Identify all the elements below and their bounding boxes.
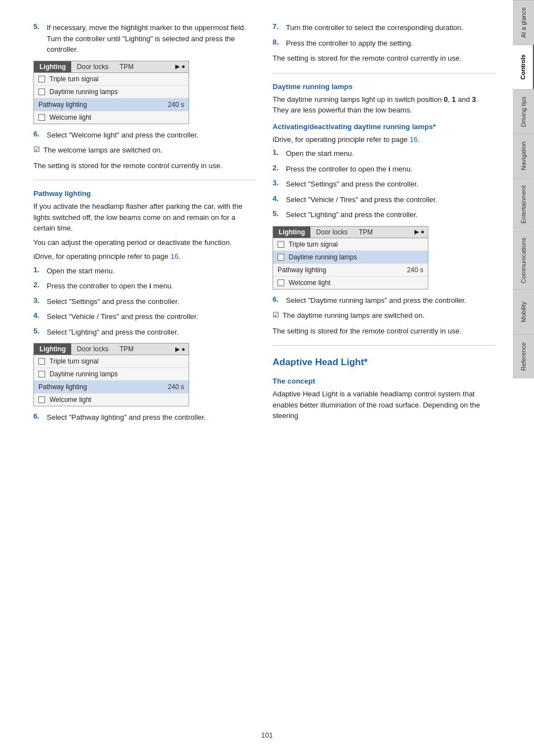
right-column: 7. Turn the controller to select the cor… xyxy=(273,22,495,734)
step-6c-text: Select "Daytime running lamps" and press… xyxy=(286,295,466,306)
step-5-text: If necessary, move the highlight marker … xyxy=(47,22,256,55)
activating-idrive-link[interactable]: 16 xyxy=(409,135,417,144)
ui-tab-lighting-2: Lighting xyxy=(34,343,71,355)
pathway-step-4-num: 4. xyxy=(33,311,42,322)
ui-label-daytime-2: Daytime running lamps xyxy=(50,370,184,378)
ui-row-pathway-2: Pathway lighting 240 s xyxy=(34,381,189,394)
note-3: The setting is stored for the remote con… xyxy=(273,326,495,337)
pathway-step-5: 5. Select "Lighting" and press the contr… xyxy=(33,327,256,338)
step-7: 7. Turn the controller to select the cor… xyxy=(273,22,495,33)
checkbox-daytime-2 xyxy=(38,371,45,377)
sidebar-tab-reference[interactable]: Reference xyxy=(513,334,534,379)
sidebar-tab-mobility[interactable]: Mobility xyxy=(513,289,534,334)
page-number: 101 xyxy=(261,731,273,739)
ui-label-welcome-3: Welcome light xyxy=(289,279,423,287)
checkmark-text-1: The welcome lamps are switched on. xyxy=(43,145,162,156)
sidebar-tab-driving-tips[interactable]: Driving tips xyxy=(513,89,534,134)
pathway-step-5-text: Select "Lighting" and press the controll… xyxy=(47,327,179,338)
activating-step-3-num: 3. xyxy=(273,179,281,190)
ui-tab-tpm-1: TPM xyxy=(114,61,139,72)
step-5: 5. If necessary, move the highlight mark… xyxy=(33,22,256,55)
ui-screenshot-2: Lighting Door locks TPM ▶ ● Triple turn … xyxy=(33,343,189,406)
activating-step-1: 1. Open the start menu. xyxy=(273,148,495,159)
activating-step-5-text: Select "Lighting" and press the controll… xyxy=(286,209,418,220)
ui-screenshot-3: Lighting Door locks TPM ▶ ● Triple turn … xyxy=(273,226,428,289)
activating-step-1-num: 1. xyxy=(273,148,281,159)
divider-3 xyxy=(273,345,495,346)
ui-label-pathway-2: Pathway lighting xyxy=(38,383,164,391)
ui-tab-tpm-3: TPM xyxy=(353,227,378,238)
ui-box-3-header: Lighting Door locks TPM ▶ ● xyxy=(273,227,428,238)
ui-row-welcome-3: Welcome light xyxy=(273,277,428,289)
note-2: The setting is stored for the remote con… xyxy=(273,53,495,64)
pathway-step-4: 4. Select "Vehicle / Tires" and press th… xyxy=(33,311,256,322)
checkbox-welcome-1 xyxy=(38,114,45,121)
pathway-idrive: iDrive, for operating principle refer to… xyxy=(33,251,256,262)
activating-step-3: 3. Select "Settings" and press the contr… xyxy=(273,179,495,190)
daytime-p1: The daytime running lamps light up in sw… xyxy=(273,94,495,116)
ui-label-triple-1: Triple turn signal xyxy=(50,75,184,83)
checkmark-note-2: ☑ The daytime running lamps are switched… xyxy=(273,310,495,321)
ui-row-welcome-1: Welcome light xyxy=(34,111,189,124)
ui-row-daytime-3: Daytime running lamps xyxy=(273,251,428,264)
pathway-p1: If you activate the headlamp flasher aft… xyxy=(33,201,256,234)
ui-label-triple-3: Triple turn signal xyxy=(289,240,423,248)
activating-step-4-text: Select "Vehicle / Tires" and press the c… xyxy=(286,194,437,205)
step-6a-number: 6. xyxy=(33,130,42,141)
step-6b: 6. Select "Pathway lighting" and press t… xyxy=(33,412,256,423)
sidebar-tabs: At a glance Controls Driving tips Naviga… xyxy=(513,0,534,756)
step-6a-text: Select "Welcome light" and press the con… xyxy=(47,130,199,141)
step-7-number: 7. xyxy=(273,22,281,33)
checkbox-triple-2 xyxy=(38,358,45,365)
checkmark-symbol-2: ☑ xyxy=(273,311,279,319)
step-7-text: Turn the controller to select the corres… xyxy=(286,22,463,33)
ui-row-daytime-2: Daytime running lamps xyxy=(34,368,189,381)
checkbox-welcome-3 xyxy=(278,279,284,286)
activating-step-2: 2. Press the controller to open the i me… xyxy=(273,164,495,175)
step-8-text: Press the controller to apply the settin… xyxy=(286,38,413,49)
ui-tab-lighting-1: Lighting xyxy=(34,61,71,72)
checkbox-daytime-3 xyxy=(278,254,284,261)
pathway-step-1: 1. Open the start menu. xyxy=(33,266,256,277)
checkbox-daytime-1 xyxy=(38,89,45,95)
ui-row-welcome-2: Welcome light xyxy=(34,394,189,406)
step-6a: 6. Select "Welcome light" and press the … xyxy=(33,130,256,141)
activating-step-3-text: Select "Settings" and press the controll… xyxy=(286,179,418,190)
checkbox-welcome-2 xyxy=(38,396,45,403)
pathway-step-5-num: 5. xyxy=(33,327,42,338)
sidebar-tab-navigation[interactable]: Navigation xyxy=(513,134,534,178)
step-6c: 6. Select "Daytime running lamps" and pr… xyxy=(273,295,495,306)
ui-row-triple-1: Triple turn signal xyxy=(34,73,189,86)
ui-value-pathway-1: 240 s xyxy=(168,101,184,109)
activating-step-4-num: 4. xyxy=(273,194,281,205)
step-6c-number: 6. xyxy=(273,295,281,306)
ui-screenshot-1: Lighting Door locks TPM ▶ ● Triple turn … xyxy=(33,61,189,124)
ui-value-pathway-3: 240 s xyxy=(407,266,423,274)
sidebar-tab-at-a-glance[interactable]: At a glance xyxy=(513,0,534,45)
ui-tab-doorlocks-2: Door locks xyxy=(71,343,114,355)
ui-label-pathway-3: Pathway lighting xyxy=(278,266,403,274)
pathway-step-1-text: Open the start menu. xyxy=(47,266,115,277)
pathway-step-2-num: 2. xyxy=(33,281,42,292)
ui-box-2-header: Lighting Door locks TPM ▶ ● xyxy=(34,343,189,355)
concept-p1: Adaptive Head Light is a variable headla… xyxy=(273,389,495,421)
checkbox-triple-3 xyxy=(278,241,284,248)
pathway-step-3: 3. Select "Settings" and press the contr… xyxy=(33,296,256,307)
sidebar-tab-controls[interactable]: Controls xyxy=(513,45,534,89)
pathway-step-1-num: 1. xyxy=(33,266,42,277)
sidebar-tab-entertainment[interactable]: Entertainment xyxy=(513,178,534,230)
pathway-step-3-text: Select "Settings" and press the controll… xyxy=(47,296,179,307)
activating-idrive: iDrive, for operating principle refer to… xyxy=(273,134,495,145)
ui-tab-lighting-3: Lighting xyxy=(273,227,310,238)
ui-label-daytime-3: Daytime running lamps xyxy=(289,253,423,261)
ui-row-pathway-3: Pathway lighting 240 s xyxy=(273,264,428,277)
activating-step-1-text: Open the start menu. xyxy=(286,148,354,159)
ui-box-1-header: Lighting Door locks TPM ▶ ● xyxy=(34,61,189,73)
ui-label-triple-2: Triple turn signal xyxy=(50,357,184,365)
activating-step-5-num: 5. xyxy=(273,209,281,220)
step-8-number: 8. xyxy=(273,38,281,49)
sidebar-tab-communications[interactable]: Communications xyxy=(513,230,534,290)
pathway-heading: Pathway lighting xyxy=(33,189,256,198)
pathway-p2: You can adjust the operating period or d… xyxy=(33,237,256,248)
pathway-idrive-link[interactable]: 16 xyxy=(170,252,178,261)
